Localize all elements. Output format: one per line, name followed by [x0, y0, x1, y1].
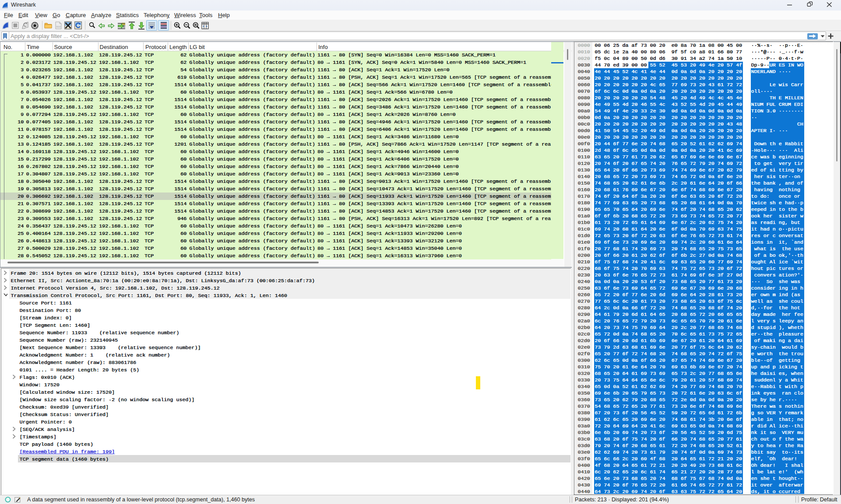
svg-text:010: 010: [56, 25, 61, 28]
